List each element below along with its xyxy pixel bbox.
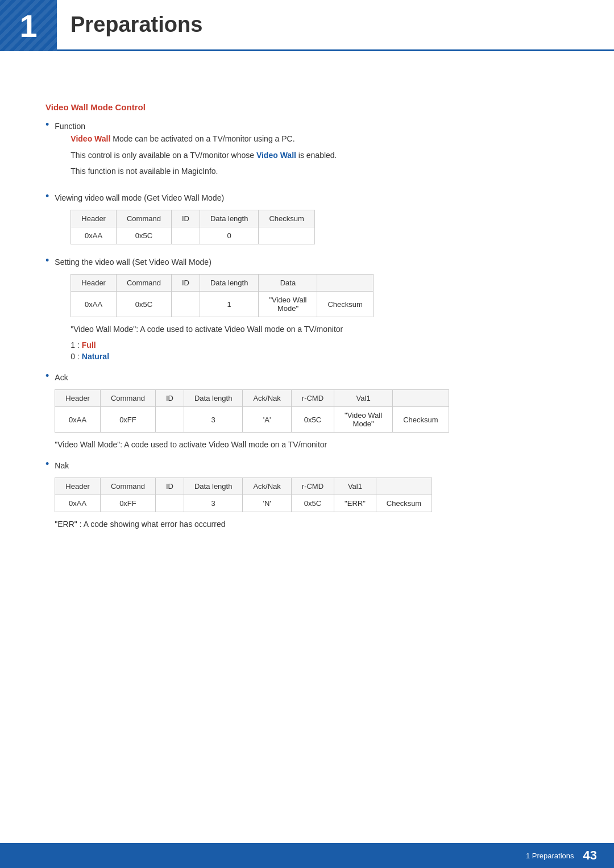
- table-row: 0xAA 0x5C 0: [71, 227, 315, 244]
- th-command-3: Command: [100, 390, 155, 407]
- main-content: Video Wall Mode Control • Function Video…: [0, 74, 614, 570]
- td-id-1: [171, 227, 200, 244]
- table3-note: "Video Wall Mode": A code used to activa…: [55, 438, 569, 451]
- table-set-vwm: Header Command ID Data length Data 0xAA …: [70, 274, 374, 317]
- td-dl-1: 0: [200, 227, 259, 244]
- table-get-vwm: Header Command ID Data length Checksum 0…: [70, 210, 315, 244]
- td-val1-3: "Video WallMode": [334, 407, 393, 433]
- nak-label: Nak: [55, 459, 569, 472]
- th-val1-4: Val1: [334, 477, 376, 495]
- chapter-number-block: 1: [0, 0, 57, 51]
- th-header-2: Header: [71, 275, 117, 292]
- th-id-1: ID: [171, 210, 200, 227]
- td-0xAA-3: 0xAA: [55, 407, 101, 433]
- td-cs-2: Checksum: [317, 292, 373, 317]
- th-acknak-4: Ack/Nak: [243, 477, 291, 495]
- td-id-4: [155, 495, 184, 512]
- th-acknak-3: Ack/Nak: [243, 390, 291, 407]
- bullet-dot-5: •: [45, 458, 49, 470]
- th-data-2: Data: [259, 275, 317, 292]
- th-cs-3: [393, 390, 449, 407]
- page-footer: 1 Preparations 43: [0, 843, 614, 868]
- bullet-dot-3: •: [45, 255, 49, 267]
- td-dl-4: 3: [184, 495, 243, 512]
- table2-note: "Video Wall Mode": A code used to activa…: [70, 323, 569, 335]
- setting-label: Setting the video wall (Set Video Wall M…: [55, 256, 569, 268]
- td-0xFF-4: 0xFF: [100, 495, 155, 512]
- td-0x5C-4: 0x5C: [291, 495, 334, 512]
- td-0xAA-1: 0xAA: [71, 227, 117, 244]
- th-datalength-4: Data length: [184, 477, 243, 495]
- table-row: 0xAA 0xFF 3 'A' 0x5C "Video WallMode" Ch…: [55, 407, 449, 433]
- th-command-4: Command: [100, 477, 155, 495]
- th-rcmd-3: r-CMD: [291, 390, 334, 407]
- table-nak: Header Command ID Data length Ack/Nak r-…: [55, 477, 432, 512]
- th-checksum-1: Checksum: [259, 210, 314, 227]
- numbered-1: 1 : Full: [70, 340, 569, 350]
- td-0xFF-3: 0xFF: [100, 407, 155, 433]
- th-header-3: Header: [55, 390, 101, 407]
- bullet-function: • Function Video Wall Mode can be activa…: [45, 120, 569, 181]
- ack-label: Ack: [55, 371, 569, 384]
- th-id-4: ID: [155, 477, 184, 495]
- bullet-dot-2: •: [45, 190, 49, 202]
- numbered-2: 0 : Natural: [70, 352, 569, 361]
- footer-label: 1 Preparations: [526, 852, 574, 860]
- td-0xAA-2: 0xAA: [71, 292, 117, 317]
- th-id-3: ID: [155, 390, 184, 407]
- viewing-label: Viewing video wall mode (Get Video Wall …: [55, 192, 569, 204]
- table-row: 0xAA 0x5C 1 "Video WallMode" Checksum: [71, 292, 374, 317]
- video-wall-highlight-2: Video Wall: [256, 151, 296, 160]
- full-label: Full: [82, 340, 96, 350]
- natural-label: Natural: [82, 352, 109, 361]
- td-0x5C-3: 0x5C: [291, 407, 334, 433]
- th-header-1: Header: [71, 210, 117, 227]
- td-cs-1: [259, 227, 314, 244]
- bullet-ack: • Ack Header Command ID Data length Ack/…: [45, 371, 569, 451]
- function-line-1: Video Wall Mode can be activated on a TV…: [70, 132, 337, 145]
- td-data-2: "Video WallMode": [259, 292, 317, 317]
- th-datalength-2: Data length: [200, 275, 259, 292]
- bullet-nak: • Nak Header Command ID Data length Ack/…: [45, 459, 569, 531]
- th-datalength-3: Data length: [184, 390, 243, 407]
- section-title: Video Wall Mode Control: [45, 102, 569, 112]
- chapter-number: 1: [19, 7, 37, 44]
- td-err-4: "ERR": [334, 495, 376, 512]
- th-header-4: Header: [55, 477, 101, 495]
- chapter-title: Preparations: [70, 13, 202, 37]
- th-command-2: Command: [116, 275, 171, 292]
- bullet-function-label: Function: [55, 120, 337, 132]
- th-checksum-2: [317, 275, 373, 292]
- td-0xAA-4: 0xAA: [55, 495, 101, 512]
- bullet-dot-4: •: [45, 370, 49, 382]
- th-val1-3: Val1: [334, 390, 393, 407]
- footer-page-number: 43: [583, 848, 597, 863]
- td-id-3: [155, 407, 184, 433]
- td-cs-val-4: Checksum: [376, 495, 432, 512]
- th-id-2: ID: [171, 275, 200, 292]
- page-header: 1 Preparations: [0, 0, 614, 51]
- th-command-1: Command: [116, 210, 171, 227]
- table-ack: Header Command ID Data length Ack/Nak r-…: [55, 389, 449, 433]
- bullet-setting: • Setting the video wall (Set Video Wall…: [45, 256, 569, 363]
- td-0x5C-1: 0x5C: [116, 227, 171, 244]
- bullet-dot-1: •: [45, 119, 49, 131]
- td-0x5C-2: 0x5C: [116, 292, 171, 317]
- th-rcmd-4: r-CMD: [291, 477, 334, 495]
- th-cs-4: [376, 477, 432, 495]
- table4-note: "ERR" : A code showing what error has oc…: [55, 518, 569, 530]
- td-dl-2: 1: [200, 292, 259, 317]
- td-id-2: [171, 292, 200, 317]
- td-dl-3: 3: [184, 407, 243, 433]
- table-row: 0xAA 0xFF 3 'N' 0x5C "ERR" Checksum: [55, 495, 432, 512]
- td-n-4: 'N': [243, 495, 291, 512]
- video-wall-highlight-1: Video Wall: [70, 134, 110, 143]
- chapter-title-block: Preparations: [57, 0, 614, 51]
- th-datalength-1: Data length: [200, 210, 259, 227]
- function-line-2: This control is only available on a TV/m…: [70, 149, 337, 161]
- function-line-3: This function is not available in MagicI…: [70, 165, 337, 177]
- bullet-viewing: • Viewing video wall mode (Get Video Wal…: [45, 192, 569, 250]
- td-a-3: 'A': [243, 407, 291, 433]
- td-cs-val-3: Checksum: [393, 407, 449, 433]
